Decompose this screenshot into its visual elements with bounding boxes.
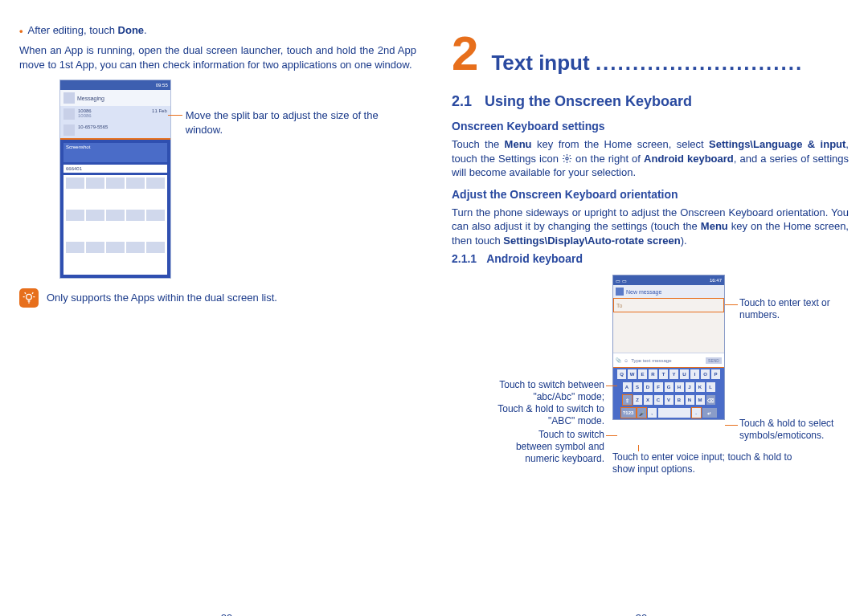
section-title: Using the Onscreen Keyboard [485,93,692,110]
subheading-settings: Onscreen Keyboard settings [452,120,849,133]
msg-date: 11 Feb [152,108,167,120]
kb-row1: QWERTYUIOP [613,368,724,381]
kb-row4: ?123🎤,.↵ [613,406,724,419]
kb-key-enter: ↵ [702,408,717,418]
split-bar-annotation: Move the split bar to adjust the size of… [186,108,416,137]
folder-count: 666401 [63,165,167,173]
kb-key: E [638,369,647,379]
kb-key: X [644,395,653,405]
kb-row3: ⇧ZXCVBNM⌫ [613,394,724,406]
thumb [146,210,165,221]
thumb [106,242,125,253]
kb-key: P [711,369,720,379]
screenshot-card: Screenshot [63,143,167,162]
card-label: Screenshot [66,145,90,149]
kb-key: Q [617,369,626,379]
kb-key: V [665,395,674,405]
android-keyboard: QWERTYUIOP ASDFGHJKL ⇧ZXCVBNM⌫ ?123🎤,.↵ [613,367,724,419]
callout-text: Touch & hold to switch to "ABC" mode. [492,403,604,427]
lightbulb-icon [19,288,39,308]
messaging-header: Messaging [60,90,170,106]
bold-path: Settings\Language & input [709,138,845,150]
kb-key: , [648,408,657,418]
thumb [126,210,145,221]
status-icons: ▭ ▭ [616,278,627,284]
keyboard-figure: ▭ ▭16:47 New message To 📎 ☺ Type text me… [452,275,849,474]
section-number: 2.1 [452,93,472,110]
kb-key: Y [669,369,678,379]
input-row: 📎 ☺ Type text message SEND [613,353,724,367]
to-field: To [613,298,724,312]
t: Touch the [452,138,505,150]
kb-key: M [696,395,705,405]
kb-key: K [696,382,705,392]
kb-key: B [675,395,684,405]
thumb [86,242,104,253]
callout-line [168,115,182,116]
kb-key: . [692,408,701,418]
text: . [144,24,147,36]
subsection-2-1-1: 2.1.1 Android keyboard [452,252,849,265]
kb-key: N [686,395,694,405]
bold-menu: Menu [701,220,728,232]
gallery-app: Screenshot 666401 [60,140,170,278]
thumb [66,210,84,221]
kb-key: I [690,369,699,379]
kb-row2: ASDFGHJKL [613,381,724,394]
input-placeholder: Type text message [631,358,671,363]
chapter-title: Text input ............................ [491,51,849,75]
bullet-done: • After editing, touch Done. [19,24,416,39]
thumb [86,210,104,221]
note-text: Only supports the Apps within the dual s… [47,291,277,305]
callout-line [606,435,617,436]
thumb-grid [63,175,167,275]
kb-key [658,408,690,418]
page-29: • After editing, touch Done. When an App… [19,24,434,616]
note-row: Only supports the Apps within the dual s… [19,288,416,308]
kb-key: O [701,369,710,379]
kb-key: C [654,395,663,405]
avatar-icon [63,108,75,120]
thumb [106,210,125,221]
gear-icon [562,153,572,164]
kb-key: L [706,382,715,392]
split-screen-figure: 09:55 Messaging 10086 10086 11 Feb 10-65… [59,80,416,279]
kb-key: D [644,382,653,392]
section-2-1: 2.1 Using the Onscreen Keyboard [452,93,849,110]
bullet-dot-icon: • [19,24,23,39]
annotation-text: Move the split bar to adjust the size of… [186,109,379,136]
status-bar: ▭ ▭16:47 [613,275,724,285]
bold-path: Settings\Display\Auto-rotate screen [503,235,680,247]
attach-icon: 📎 [616,357,621,363]
kb-key: U [680,369,689,379]
kb-key: T [659,369,668,379]
bullet-text: After editing, touch Done. [28,24,147,39]
leader-dots: ............................ [596,51,803,75]
new-message-header: New message [613,285,724,298]
status-time: 16:47 [710,278,722,283]
bold-done: Done [118,24,145,36]
kb-key: W [628,369,637,379]
para-orientation: Turn the phone sideways or upright to ad… [452,206,849,248]
page-number: 30 [636,612,647,616]
bold-menu: Menu [505,138,532,150]
status-bar: 09:55 [60,80,170,90]
para-settings: Touch the Menu key from the Home screen,… [452,137,849,180]
thumb [86,177,104,189]
kb-key: 🎤 [637,408,646,418]
callout-symbols-emoticons: Touch & hold to select symbols/emoticons… [739,418,852,442]
kb-key: J [686,382,694,392]
callout-line [606,386,617,386]
dual-screen-para: When an App is running, open the dual sc… [19,43,416,71]
callout-to-field: Touch to enter text or numbers. [739,297,844,321]
kb-key: ⇧ [623,395,632,405]
t: on the right of [572,153,644,165]
subsection-number: 2.1.1 [452,252,477,265]
phone-mock-keyboard: ▭ ▭16:47 New message To 📎 ☺ Type text me… [612,275,725,420]
svg-point-1 [566,157,568,159]
kb-key: G [665,382,674,392]
callout-voice-input: Touch to enter voice input; touch & hold… [612,451,797,475]
subsection-title: Android keyboard [486,252,583,265]
thumb [126,242,145,253]
callout-line [638,445,639,451]
